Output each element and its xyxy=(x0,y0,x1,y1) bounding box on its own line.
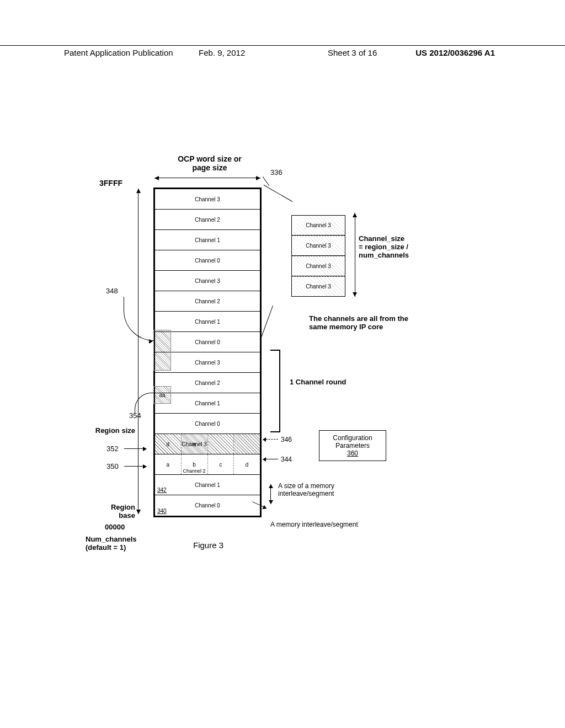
ref-344-leader xyxy=(266,459,278,459)
figure-3: OCP word size or page size 3FFFF 336 Cha… xyxy=(94,154,480,552)
seg-cell-c: c xyxy=(219,462,222,468)
num-channels-label: Num_channels (default = 1) xyxy=(86,535,136,552)
pub-date: Feb. 9, 2012 xyxy=(199,48,245,57)
seg-cell-a: a xyxy=(167,462,170,468)
channel-label: Channel 3 xyxy=(182,441,207,447)
channel-label: Channel 3 xyxy=(306,222,331,228)
channel3-group: Channel 3 Channel 3 Channel 3 Channel 3 xyxy=(291,215,345,297)
ref-336: 336 xyxy=(270,168,282,176)
channel-round-bracket xyxy=(270,350,280,432)
addr-bottom: 00000 xyxy=(105,523,125,531)
channel-size-bracket xyxy=(350,213,355,297)
channel-label: Channel 3 xyxy=(306,283,331,290)
channel-size-label: Channel_size = region_size / num_channel… xyxy=(359,234,441,259)
ref-348-block xyxy=(153,330,171,371)
figure-caption: Figure 3 xyxy=(193,540,223,550)
channel-label: Channel 0 xyxy=(195,339,220,345)
ref-348-leader xyxy=(124,297,154,341)
pub-title: Patent Application Publication xyxy=(64,48,173,57)
page-header: Patent Application Publication Feb. 9, 2… xyxy=(0,45,565,48)
ref-350: 350 xyxy=(106,462,119,470)
channel-label: Channel 3 xyxy=(306,263,331,269)
segment-size-label: A size of a memory interleave/segment xyxy=(278,482,377,497)
ref-352: 352 xyxy=(106,445,119,453)
ref-350-leader xyxy=(124,466,146,467)
channel-label: Channel 2 xyxy=(183,468,206,474)
seg-cell-d: d xyxy=(167,441,170,447)
word-size-label: OCP word size or page size xyxy=(166,154,254,172)
channel-label: Channel 1 xyxy=(195,237,220,243)
ref-348: 348 xyxy=(106,287,118,295)
ref-346-leader xyxy=(266,439,278,440)
ref-348-arrow xyxy=(149,339,153,344)
addr-top: 3FFFF xyxy=(99,179,122,188)
channel-label: Channel 3 xyxy=(195,196,220,202)
channel-round-label: 1 Channel round xyxy=(290,378,347,386)
ref-340: 340 xyxy=(157,508,167,514)
channel-label: Channel 2 xyxy=(195,380,220,386)
pub-number: US 2012/0036296 A1 xyxy=(415,48,495,57)
channel-label: Channel 1 xyxy=(195,400,220,406)
channel-label: Channel 3 xyxy=(195,360,220,366)
channel-label: Channel 1 xyxy=(195,482,220,488)
ref-344: 344 xyxy=(281,456,292,463)
sheet-number: Sheet 3 of 16 xyxy=(328,48,377,57)
channel-label: Channel 0 xyxy=(195,502,220,508)
ref-360: 360 xyxy=(322,449,383,457)
seg-cell-d2: d xyxy=(246,462,249,468)
channel-label: Channel 1 xyxy=(195,319,220,325)
channel-label: Channel 2 xyxy=(195,217,220,223)
channel-label: Channel 3 xyxy=(195,278,220,284)
channel-label: Channel 2 xyxy=(195,298,220,304)
region-size-label: Region size xyxy=(94,426,135,435)
channel-label: Channel 3 xyxy=(306,243,331,249)
channel-label: Channel 0 xyxy=(195,421,220,427)
segment-label: A memory interleave/segment xyxy=(270,521,358,528)
aa-label: aa xyxy=(159,392,165,398)
region-base-label: Region base xyxy=(94,503,135,520)
ref-342: 342 xyxy=(157,487,167,493)
channel-label: Channel 0 xyxy=(195,258,220,264)
leader-mid-right xyxy=(262,306,273,337)
config-params-label: Configuration Parameters xyxy=(322,434,383,449)
ref-352-leader xyxy=(124,448,146,449)
config-params-box: Configuration Parameters 360 xyxy=(319,430,386,461)
ref-346: 346 xyxy=(281,436,292,443)
leader-top-right xyxy=(264,185,292,202)
seg-cell-b: b xyxy=(193,462,196,468)
width-dim-line xyxy=(154,178,260,178)
segment-size-arrow xyxy=(270,484,271,504)
same-ip-note: The channels are all from the same memor… xyxy=(309,314,419,331)
